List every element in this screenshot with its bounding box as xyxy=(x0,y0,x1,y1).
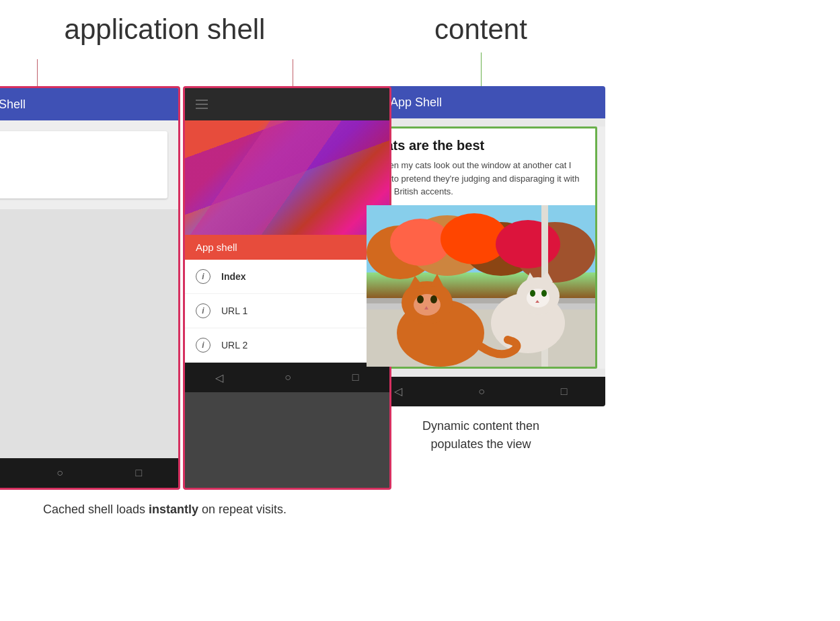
right-connector-line xyxy=(481,52,482,86)
drawer-item-label-0: Index xyxy=(221,271,246,282)
article-body: When my cats look out the window at anot… xyxy=(367,159,595,205)
content-box-green: Cats are the best When my cats look out … xyxy=(365,126,597,369)
right-caption: Dynamic content then populates the view xyxy=(422,417,539,453)
svg-point-18 xyxy=(430,295,437,303)
phone1-nav: ◁ ○ □ xyxy=(0,458,178,488)
colorful-header xyxy=(185,120,389,235)
drawer-item-2[interactable]: i URL 2 xyxy=(185,328,389,363)
left-connector-line xyxy=(37,59,38,86)
middle-connector-line xyxy=(293,59,293,86)
drawer-item-1[interactable]: i URL 1 xyxy=(185,294,389,328)
right-caption-line2: populates the view xyxy=(430,437,531,451)
back-btn-2[interactable]: ◁ xyxy=(215,371,223,384)
home-btn[interactable]: ○ xyxy=(56,467,63,479)
phone3-content: Cats are the best When my cats look out … xyxy=(356,126,605,369)
left-header: application shell xyxy=(65,13,266,46)
phone3-nav: ◁ ○ □ xyxy=(356,377,605,406)
drawer-label: App shell xyxy=(185,235,389,260)
home-btn-2[interactable]: ○ xyxy=(284,371,291,383)
svg-point-25 xyxy=(530,290,535,297)
phone1-appbar: App Shell xyxy=(0,88,178,120)
phone3-appbar: App Shell xyxy=(356,86,605,118)
phone-1: App Shell ◁ ○ □ xyxy=(0,86,180,490)
back-btn-3[interactable]: ◁ xyxy=(394,385,402,398)
phone-2: App shell i Index i URL 1 i URL 2 xyxy=(183,86,391,490)
phone2-appbar-dark xyxy=(185,88,389,120)
drawer-item-label-1: URL 1 xyxy=(221,305,247,316)
left-caption: Cached shell loads instantly on repeat v… xyxy=(43,501,287,519)
svg-point-26 xyxy=(541,290,547,297)
recent-btn-3[interactable]: □ xyxy=(561,386,568,398)
info-icon-0: i xyxy=(196,269,211,284)
hamburger-icon-2 xyxy=(196,100,208,109)
article-title: Cats are the best xyxy=(367,129,595,159)
right-header: content xyxy=(434,13,527,46)
caption-suffix: on repeat visits. xyxy=(198,503,287,516)
phone1-card xyxy=(0,131,167,198)
info-icon-2: i xyxy=(196,338,211,353)
drawer-item-label-2: URL 2 xyxy=(221,340,247,351)
svg-rect-11 xyxy=(367,298,595,303)
drawer-item-0[interactable]: i Index xyxy=(185,260,389,294)
caption-prefix: Cached shell loads xyxy=(43,503,149,516)
caption-bold: instantly xyxy=(149,503,198,516)
info-icon-1: i xyxy=(196,303,211,318)
phone3-title: App Shell xyxy=(390,96,442,110)
svg-marker-15 xyxy=(430,274,444,287)
cat-image xyxy=(367,205,595,367)
phones-group: App Shell ◁ ○ □ xyxy=(0,86,391,490)
home-btn-3[interactable]: ○ xyxy=(478,386,485,398)
svg-point-17 xyxy=(417,295,424,303)
phone1-body xyxy=(0,209,178,458)
phone2-nav: ◁ ○ □ xyxy=(185,363,389,392)
phone-3: App Shell Cats are the best When my cats… xyxy=(356,86,605,406)
drawer-items: i Index i URL 1 i URL 2 xyxy=(185,260,389,363)
left-section: application shell App Shell xyxy=(20,13,309,519)
phone1-content xyxy=(0,120,178,209)
phone1-title: App Shell xyxy=(0,98,26,112)
right-caption-line1: Dynamic content then xyxy=(422,419,539,433)
svg-point-7 xyxy=(496,220,560,268)
recent-btn[interactable]: □ xyxy=(136,467,143,479)
recent-btn-2[interactable]: □ xyxy=(352,371,359,383)
